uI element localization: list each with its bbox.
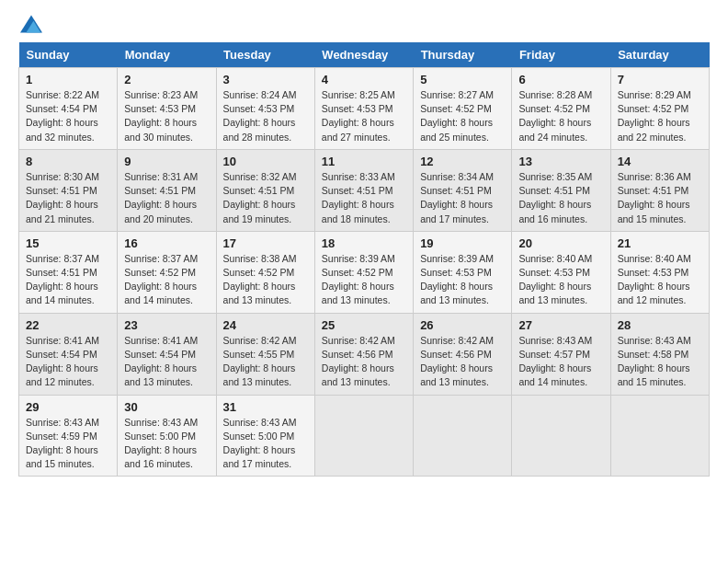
calendar-table: SundayMondayTuesdayWednesdayThursdayFrid… xyxy=(18,42,710,477)
day-number: 28 xyxy=(618,318,702,332)
calendar-cell: 12 Sunrise: 8:34 AMSunset: 4:51 PMDaylig… xyxy=(414,149,512,231)
calendar-cell: 7 Sunrise: 8:29 AMSunset: 4:52 PMDayligh… xyxy=(610,68,709,150)
calendar-cell xyxy=(414,395,512,477)
day-header-sunday: Sunday xyxy=(19,42,118,68)
day-number: 1 xyxy=(26,73,110,86)
calendar-cell: 19 Sunrise: 8:39 AMSunset: 4:53 PMDaylig… xyxy=(414,231,512,313)
day-number: 9 xyxy=(124,155,209,168)
day-header-monday: Monday xyxy=(118,42,216,68)
day-detail: Sunrise: 8:22 AMSunset: 4:54 PMDaylight:… xyxy=(26,88,110,144)
day-header-thursday: Thursday xyxy=(414,42,512,68)
calendar-cell: 14 Sunrise: 8:36 AMSunset: 4:51 PMDaylig… xyxy=(610,149,709,231)
day-number: 2 xyxy=(124,73,209,86)
calendar-week-5: 29 Sunrise: 8:43 AMSunset: 4:59 PMDaylig… xyxy=(19,395,710,477)
logo xyxy=(18,15,42,33)
day-detail: Sunrise: 8:40 AMSunset: 4:53 PMDaylight:… xyxy=(618,252,702,308)
day-number: 15 xyxy=(26,236,110,250)
calendar-cell: 16 Sunrise: 8:37 AMSunset: 4:52 PMDaylig… xyxy=(118,231,216,313)
day-detail: Sunrise: 8:42 AMSunset: 4:56 PMDaylight:… xyxy=(322,334,406,390)
calendar-cell: 24 Sunrise: 8:42 AMSunset: 4:55 PMDaylig… xyxy=(216,313,314,395)
day-number: 25 xyxy=(322,318,406,332)
calendar-cell: 20 Sunrise: 8:40 AMSunset: 4:53 PMDaylig… xyxy=(512,231,610,313)
day-number: 7 xyxy=(618,73,702,86)
day-number: 24 xyxy=(223,318,308,332)
calendar-cell: 8 Sunrise: 8:30 AMSunset: 4:51 PMDayligh… xyxy=(19,149,118,231)
calendar-cell: 25 Sunrise: 8:42 AMSunset: 4:56 PMDaylig… xyxy=(314,313,413,395)
calendar-cell: 6 Sunrise: 8:28 AMSunset: 4:52 PMDayligh… xyxy=(512,68,610,150)
day-number: 12 xyxy=(420,155,505,168)
calendar-cell xyxy=(512,395,610,477)
day-detail: Sunrise: 8:43 AMSunset: 4:59 PMDaylight:… xyxy=(26,416,110,472)
day-number: 18 xyxy=(322,236,406,250)
day-number: 29 xyxy=(26,400,110,414)
day-number: 6 xyxy=(518,73,603,86)
day-number: 5 xyxy=(420,73,505,86)
day-number: 21 xyxy=(618,236,702,250)
calendar-cell: 28 Sunrise: 8:43 AMSunset: 4:58 PMDaylig… xyxy=(610,313,709,395)
day-header-tuesday: Tuesday xyxy=(216,42,314,68)
day-detail: Sunrise: 8:42 AMSunset: 4:55 PMDaylight:… xyxy=(223,334,308,390)
day-detail: Sunrise: 8:43 AMSunset: 5:00 PMDaylight:… xyxy=(124,416,209,472)
day-number: 8 xyxy=(26,155,110,168)
day-detail: Sunrise: 8:43 AMSunset: 5:00 PMDaylight:… xyxy=(223,416,308,472)
day-number: 20 xyxy=(518,236,603,250)
day-detail: Sunrise: 8:23 AMSunset: 4:53 PMDaylight:… xyxy=(124,88,209,144)
day-detail: Sunrise: 8:29 AMSunset: 4:52 PMDaylight:… xyxy=(618,88,702,144)
day-detail: Sunrise: 8:43 AMSunset: 4:57 PMDaylight:… xyxy=(518,334,603,390)
calendar-cell: 9 Sunrise: 8:31 AMSunset: 4:51 PMDayligh… xyxy=(118,149,216,231)
day-header-friday: Friday xyxy=(512,42,610,68)
day-detail: Sunrise: 8:41 AMSunset: 4:54 PMDaylight:… xyxy=(124,334,209,390)
calendar-cell: 13 Sunrise: 8:35 AMSunset: 4:51 PMDaylig… xyxy=(512,149,610,231)
calendar-cell: 17 Sunrise: 8:38 AMSunset: 4:52 PMDaylig… xyxy=(216,231,314,313)
calendar-cell: 1 Sunrise: 8:22 AMSunset: 4:54 PMDayligh… xyxy=(19,68,118,150)
calendar-cell: 29 Sunrise: 8:43 AMSunset: 4:59 PMDaylig… xyxy=(19,395,118,477)
calendar-cell: 2 Sunrise: 8:23 AMSunset: 4:53 PMDayligh… xyxy=(118,68,216,150)
day-number: 22 xyxy=(26,318,110,332)
day-number: 31 xyxy=(223,400,308,414)
calendar-cell: 21 Sunrise: 8:40 AMSunset: 4:53 PMDaylig… xyxy=(610,231,709,313)
day-number: 14 xyxy=(618,155,702,168)
day-header-wednesday: Wednesday xyxy=(314,42,413,68)
day-number: 27 xyxy=(518,318,603,332)
day-detail: Sunrise: 8:38 AMSunset: 4:52 PMDaylight:… xyxy=(223,252,308,308)
header-row: SundayMondayTuesdayWednesdayThursdayFrid… xyxy=(19,42,710,68)
day-detail: Sunrise: 8:35 AMSunset: 4:51 PMDaylight:… xyxy=(518,170,603,226)
calendar-cell: 22 Sunrise: 8:41 AMSunset: 4:54 PMDaylig… xyxy=(19,313,118,395)
day-number: 10 xyxy=(223,155,308,168)
page-header xyxy=(18,15,710,33)
calendar-cell: 26 Sunrise: 8:42 AMSunset: 4:56 PMDaylig… xyxy=(414,313,512,395)
day-number: 3 xyxy=(223,73,308,86)
day-header-saturday: Saturday xyxy=(610,42,709,68)
calendar-week-1: 1 Sunrise: 8:22 AMSunset: 4:54 PMDayligh… xyxy=(19,68,710,150)
calendar-cell: 11 Sunrise: 8:33 AMSunset: 4:51 PMDaylig… xyxy=(314,149,413,231)
day-detail: Sunrise: 8:37 AMSunset: 4:52 PMDaylight:… xyxy=(124,252,209,308)
day-detail: Sunrise: 8:43 AMSunset: 4:58 PMDaylight:… xyxy=(618,334,702,390)
day-detail: Sunrise: 8:42 AMSunset: 4:56 PMDaylight:… xyxy=(420,334,505,390)
calendar-cell xyxy=(610,395,709,477)
day-detail: Sunrise: 8:41 AMSunset: 4:54 PMDaylight:… xyxy=(26,334,110,390)
day-detail: Sunrise: 8:34 AMSunset: 4:51 PMDaylight:… xyxy=(420,170,505,226)
day-number: 4 xyxy=(322,73,406,86)
calendar-week-2: 8 Sunrise: 8:30 AMSunset: 4:51 PMDayligh… xyxy=(19,149,710,231)
day-number: 26 xyxy=(420,318,505,332)
day-detail: Sunrise: 8:30 AMSunset: 4:51 PMDaylight:… xyxy=(26,170,110,226)
day-detail: Sunrise: 8:36 AMSunset: 4:51 PMDaylight:… xyxy=(618,170,702,226)
calendar-cell: 23 Sunrise: 8:41 AMSunset: 4:54 PMDaylig… xyxy=(118,313,216,395)
calendar-cell: 30 Sunrise: 8:43 AMSunset: 5:00 PMDaylig… xyxy=(118,395,216,477)
calendar-cell: 15 Sunrise: 8:37 AMSunset: 4:51 PMDaylig… xyxy=(19,231,118,313)
day-detail: Sunrise: 8:32 AMSunset: 4:51 PMDaylight:… xyxy=(223,170,308,226)
logo-icon xyxy=(20,15,42,33)
calendar-cell: 27 Sunrise: 8:43 AMSunset: 4:57 PMDaylig… xyxy=(512,313,610,395)
day-detail: Sunrise: 8:28 AMSunset: 4:52 PMDaylight:… xyxy=(518,88,603,144)
day-number: 13 xyxy=(518,155,603,168)
calendar-cell: 18 Sunrise: 8:39 AMSunset: 4:52 PMDaylig… xyxy=(314,231,413,313)
day-detail: Sunrise: 8:25 AMSunset: 4:53 PMDaylight:… xyxy=(322,88,406,144)
day-detail: Sunrise: 8:24 AMSunset: 4:53 PMDaylight:… xyxy=(223,88,308,144)
day-detail: Sunrise: 8:33 AMSunset: 4:51 PMDaylight:… xyxy=(322,170,406,226)
calendar-cell xyxy=(314,395,413,477)
calendar-cell: 3 Sunrise: 8:24 AMSunset: 4:53 PMDayligh… xyxy=(216,68,314,150)
calendar-cell: 10 Sunrise: 8:32 AMSunset: 4:51 PMDaylig… xyxy=(216,149,314,231)
day-detail: Sunrise: 8:37 AMSunset: 4:51 PMDaylight:… xyxy=(26,252,110,308)
calendar-cell: 4 Sunrise: 8:25 AMSunset: 4:53 PMDayligh… xyxy=(314,68,413,150)
calendar-cell: 5 Sunrise: 8:27 AMSunset: 4:52 PMDayligh… xyxy=(414,68,512,150)
